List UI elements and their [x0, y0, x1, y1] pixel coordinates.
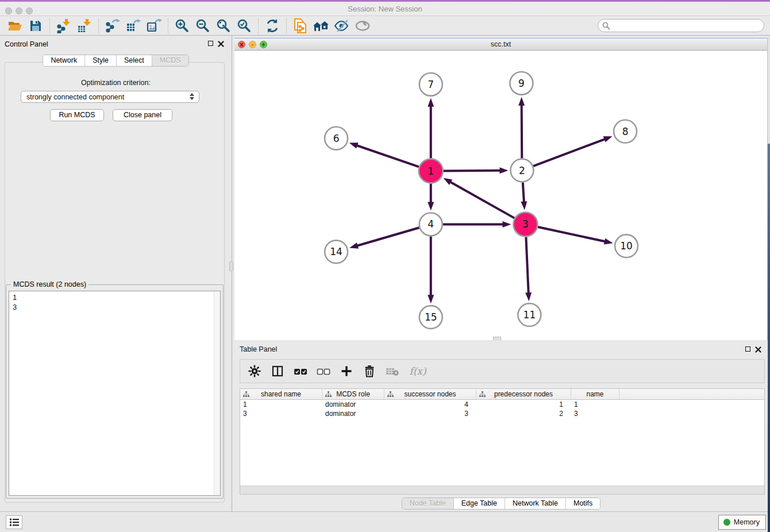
- graph-edge-1-2[interactable]: [444, 167, 509, 174]
- memory-button[interactable]: Memory: [718, 515, 766, 530]
- graph-node-9[interactable]: 9: [510, 72, 533, 95]
- mcds-result-list[interactable]: 1 3: [9, 291, 221, 496]
- task-history-button[interactable]: [6, 515, 22, 529]
- application-window: Session: New Session: [0, 0, 770, 532]
- export-image-button[interactable]: [144, 17, 164, 34]
- graph-edge-3-11[interactable]: [525, 237, 532, 301]
- graph-node-7[interactable]: 7: [419, 73, 442, 96]
- tab-network[interactable]: Network: [43, 55, 84, 66]
- graph-edge-3-1[interactable]: [443, 178, 514, 218]
- table-panel-close-button[interactable]: [755, 346, 761, 354]
- table-cell[interactable]: 3: [571, 409, 619, 418]
- zoom-fit-button[interactable]: [213, 17, 234, 34]
- table-body[interactable]: 1dominator4113dominator323: [240, 400, 764, 485]
- scrollbar-track[interactable]: [214, 291, 220, 495]
- criterion-dropdown[interactable]: strongly connected component: [21, 91, 199, 103]
- table-panel-float-button[interactable]: [745, 346, 750, 352]
- tab-network-table[interactable]: Network Table: [505, 498, 565, 509]
- delete-table-icon: [385, 364, 400, 378]
- graph-edge-1-7[interactable]: [428, 98, 434, 159]
- export-network-button[interactable]: [102, 17, 123, 34]
- select-all-rows-button[interactable]: [293, 364, 308, 379]
- tab-node-table[interactable]: Node Table: [402, 498, 453, 509]
- graph-edge-2-8[interactable]: [533, 136, 613, 166]
- create-column-button[interactable]: [339, 364, 354, 379]
- table-row[interactable]: 1dominator411: [240, 400, 764, 409]
- show-graphics-details-button[interactable]: [352, 17, 373, 34]
- open-session-button[interactable]: [5, 17, 25, 34]
- zoom-out-button[interactable]: [192, 17, 213, 34]
- deselect-all-rows-button[interactable]: [316, 364, 331, 379]
- graph-node-15[interactable]: 15: [419, 306, 442, 329]
- table-cell[interactable]: 1: [476, 400, 571, 409]
- panel-splitter-grip[interactable]: [229, 261, 233, 271]
- table-cell[interactable]: 2: [476, 409, 571, 418]
- graph-node-6[interactable]: 6: [325, 127, 348, 150]
- search-field[interactable]: [598, 19, 764, 32]
- network-window-titlebar[interactable]: x - + scc.txt: [234, 38, 767, 51]
- graph-edge-1-4[interactable]: [428, 184, 434, 211]
- table-cell[interactable]: 3: [384, 409, 476, 418]
- graph-edge-2-9[interactable]: [518, 97, 525, 159]
- tab-edge-table[interactable]: Edge Table: [453, 498, 505, 509]
- graph-node-10[interactable]: 10: [615, 234, 638, 257]
- delete-column-button[interactable]: [362, 364, 377, 379]
- column-header-label: predecessor nodes: [494, 390, 553, 398]
- search-input[interactable]: [613, 22, 764, 30]
- show-column-panel-button[interactable]: [270, 364, 285, 379]
- graph-node-14[interactable]: 14: [325, 240, 348, 263]
- tab-mcds[interactable]: MCDS: [152, 55, 188, 66]
- copy-network-view-button[interactable]: [290, 17, 311, 34]
- graph-edge-3-10[interactable]: [538, 227, 613, 244]
- table-cell[interactable]: 4: [384, 400, 476, 409]
- table-cell[interactable]: 1: [571, 400, 619, 409]
- table-cell[interactable]: 1: [240, 400, 322, 409]
- graph-node-3[interactable]: 3: [513, 212, 537, 236]
- table-cell[interactable]: 3: [240, 409, 322, 418]
- tab-motifs[interactable]: Motifs: [565, 498, 600, 509]
- network-view-window: x - + scc.txt 7968124314101511: [234, 38, 768, 340]
- graph-edge-2-3[interactable]: [521, 183, 527, 210]
- table-settings-button[interactable]: [247, 364, 262, 379]
- table-cell[interactable]: dominator: [322, 409, 384, 418]
- import-network-button[interactable]: [53, 17, 74, 34]
- refresh-button[interactable]: [262, 17, 283, 34]
- mcds-result-line: 1: [9, 291, 220, 302]
- graph-edge-4-15[interactable]: [428, 236, 434, 303]
- tab-style[interactable]: Style: [84, 55, 116, 66]
- home-button[interactable]: [311, 17, 332, 34]
- zoom-selected-button[interactable]: [234, 17, 255, 34]
- column-header[interactable]: shared name: [240, 389, 322, 399]
- network-canvas[interactable]: 7968124314101511: [234, 51, 767, 340]
- column-header[interactable]: predecessor nodes: [476, 389, 571, 399]
- svg-text:8: 8: [622, 126, 629, 137]
- run-mcds-button[interactable]: Run MCDS: [50, 109, 104, 121]
- svg-text:9: 9: [518, 78, 525, 89]
- column-header[interactable]: MCDS role: [322, 389, 384, 399]
- table-row[interactable]: 3dominator323: [240, 409, 764, 418]
- graph-edge-4-3[interactable]: [443, 221, 511, 228]
- import-table-button[interactable]: [74, 17, 95, 34]
- save-session-button[interactable]: [25, 17, 46, 34]
- graph-node-8[interactable]: 8: [614, 120, 637, 143]
- graph-node-2[interactable]: 2: [510, 159, 533, 182]
- close-panel-button[interactable]: Close panel: [113, 109, 172, 121]
- graph-node-11[interactable]: 11: [518, 303, 541, 326]
- network-graph[interactable]: 7968124314101511: [234, 51, 767, 340]
- control-panel-float-button[interactable]: [208, 41, 213, 46]
- hide-panels-button[interactable]: [332, 17, 352, 34]
- tab-select[interactable]: Select: [116, 55, 152, 66]
- network-resize-grip[interactable]: [493, 337, 501, 340]
- column-header[interactable]: name: [571, 389, 619, 399]
- table-panel: Table Panel: [234, 342, 768, 511]
- export-table-button[interactable]: [123, 17, 144, 34]
- graph-edge-1-6[interactable]: [349, 142, 419, 167]
- graph-node-4[interactable]: 4: [419, 213, 442, 236]
- zoom-in-button[interactable]: [172, 17, 192, 34]
- graph-edge-4-14[interactable]: [349, 228, 419, 248]
- table-cell[interactable]: dominator: [322, 400, 384, 409]
- trash-icon: [363, 364, 376, 378]
- control-panel-close-button[interactable]: [218, 41, 224, 49]
- column-header[interactable]: successor nodes: [384, 389, 476, 399]
- graph-node-1[interactable]: 1: [419, 159, 443, 183]
